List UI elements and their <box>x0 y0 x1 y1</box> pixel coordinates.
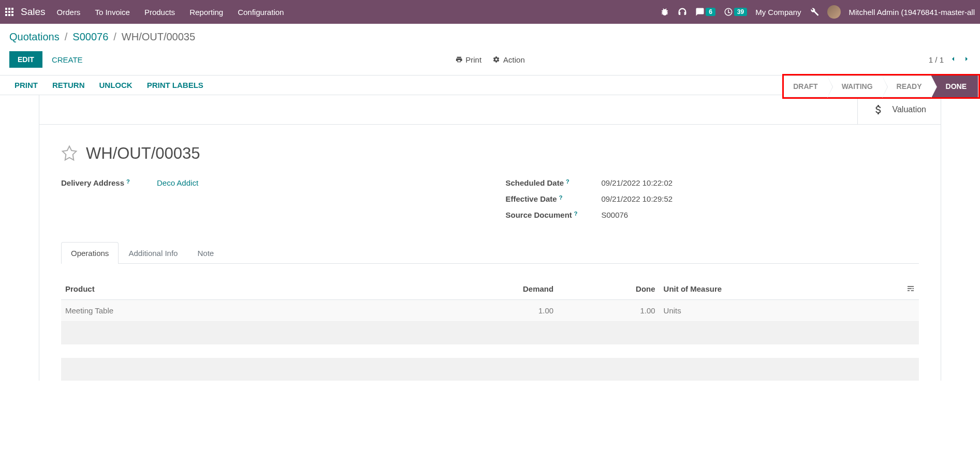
col-done[interactable]: Done <box>569 284 660 294</box>
messages-icon[interactable]: 6 <box>695 7 715 17</box>
pager-prev[interactable] <box>949 55 957 65</box>
cell-done: 1.00 <box>569 306 660 315</box>
status-done[interactable]: DONE <box>931 76 978 97</box>
sliders-icon <box>906 284 915 293</box>
scheduled-date-label: Scheduled Date? <box>506 178 602 187</box>
tab-operations[interactable]: Operations <box>61 242 119 264</box>
activities-icon[interactable]: 39 <box>724 7 747 17</box>
status-waiting[interactable]: WAITING <box>827 76 882 97</box>
help-icon[interactable]: ? <box>126 178 130 185</box>
apps-icon[interactable] <box>5 8 13 16</box>
status-draft[interactable]: DRAFT <box>784 76 827 97</box>
col-product[interactable]: Product <box>65 284 381 294</box>
tools-icon[interactable] <box>810 7 819 17</box>
source-document-value: S00076 <box>602 210 628 219</box>
record-title: WH/OUT/00035 <box>86 144 200 163</box>
nav-products[interactable]: Products <box>144 8 175 17</box>
help-icon[interactable]: ? <box>559 194 563 201</box>
nav-orders[interactable]: Orders <box>57 8 81 17</box>
action-dropdown[interactable]: Action <box>493 55 525 64</box>
form-tabs: Operations Additional Info Note <box>61 242 919 264</box>
tab-additional-info[interactable]: Additional Info <box>119 242 187 264</box>
pager-next[interactable] <box>962 55 971 65</box>
form-sheet: Valuation WH/OUT/00035 Delivery Address?… <box>39 95 941 381</box>
col-options[interactable] <box>893 284 915 294</box>
unlock-button[interactable]: UNLOCK <box>99 81 133 89</box>
username[interactable]: Mitchell Admin (19476841-master-all <box>849 8 975 17</box>
chevron-right-icon <box>962 55 971 63</box>
activities-badge: 39 <box>734 8 747 16</box>
operations-table: Product Demand Done Unit of Measure Meet… <box>61 279 919 381</box>
status-bar-highlight: DRAFT WAITING READY DONE <box>782 74 980 99</box>
create-button[interactable]: CREATE <box>52 55 83 64</box>
chevron-left-icon <box>949 55 957 63</box>
help-icon[interactable]: ? <box>574 210 578 217</box>
support-icon[interactable] <box>678 7 687 17</box>
breadcrumb-order[interactable]: S00076 <box>72 31 108 43</box>
source-document-label: Source Document? <box>506 210 602 219</box>
valuation-button[interactable]: Valuation <box>857 95 941 124</box>
breadcrumb-quotations[interactable]: Quotations <box>9 31 60 43</box>
edit-button[interactable]: EDIT <box>9 51 42 68</box>
delivery-address-value[interactable]: Deco Addict <box>157 178 198 187</box>
scheduled-date-value: 09/21/2022 10:22:02 <box>602 178 673 187</box>
breadcrumb-current: WH/OUT/00035 <box>122 31 195 43</box>
gear-icon <box>493 56 500 63</box>
status-ready[interactable]: READY <box>882 76 931 97</box>
cell-uom: Units <box>661 306 894 315</box>
control-bar: Quotations / S00076 / WH/OUT/00035 EDIT … <box>0 24 980 75</box>
company-name[interactable]: My Company <box>755 8 801 17</box>
action-bar: PRINT RETURN UNLOCK PRINT LABELS DRAFT W… <box>0 75 980 95</box>
nav-to-invoice[interactable]: To Invoice <box>95 8 130 17</box>
nav-reporting[interactable]: Reporting <box>189 8 223 17</box>
tab-note[interactable]: Note <box>187 242 224 264</box>
avatar[interactable] <box>827 5 841 19</box>
print-dropdown[interactable]: Print <box>455 55 481 64</box>
nav-configuration[interactable]: Configuration <box>238 8 284 17</box>
bug-icon[interactable] <box>660 7 669 17</box>
cell-demand: 1.00 <box>381 306 569 315</box>
dollar-icon <box>872 103 885 116</box>
pager-text: 1 / 1 <box>929 55 944 64</box>
priority-star[interactable] <box>61 145 78 163</box>
main-navbar: Sales Orders To Invoice Products Reporti… <box>0 0 980 24</box>
table-footer-row <box>61 358 919 381</box>
table-row[interactable]: Meeting Table 1.00 1.00 Units <box>61 300 919 322</box>
col-demand[interactable]: Demand <box>381 284 569 294</box>
effective-date-label: Effective Date? <box>506 194 602 203</box>
effective-date-value: 09/21/2022 10:29:52 <box>602 194 673 203</box>
star-icon <box>61 145 78 161</box>
cell-product: Meeting Table <box>65 306 381 315</box>
print-labels-button[interactable]: PRINT LABELS <box>147 81 203 89</box>
return-button[interactable]: RETURN <box>52 81 85 89</box>
help-icon[interactable]: ? <box>566 178 569 185</box>
app-name[interactable]: Sales <box>21 6 46 18</box>
messages-badge: 6 <box>706 8 715 16</box>
print-button[interactable]: PRINT <box>14 81 38 89</box>
breadcrumb: Quotations / S00076 / WH/OUT/00035 <box>9 31 971 43</box>
table-empty-row <box>61 322 919 344</box>
col-uom[interactable]: Unit of Measure <box>661 284 894 294</box>
delivery-address-label: Delivery Address? <box>61 178 157 187</box>
status-bar: DRAFT WAITING READY DONE <box>784 76 978 97</box>
printer-icon <box>455 56 462 63</box>
